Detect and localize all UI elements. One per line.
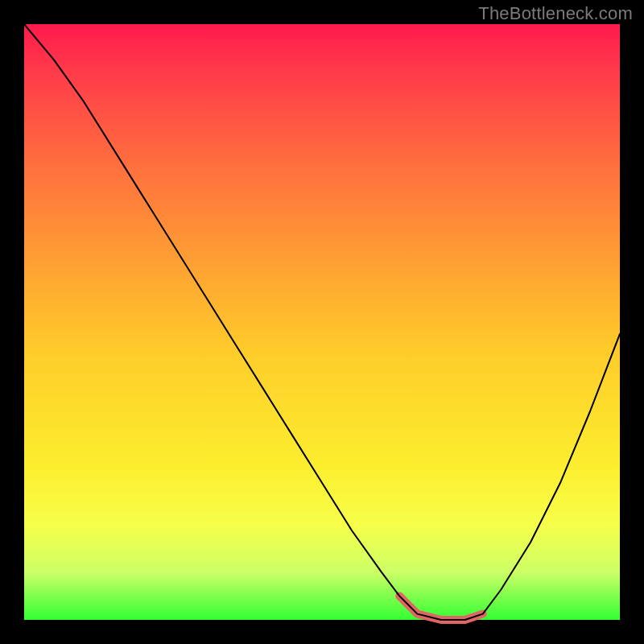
- plot-area: [24, 24, 620, 620]
- curve-layer: [24, 24, 620, 620]
- watermark-text: TheBottleneck.com: [478, 3, 633, 24]
- chart-frame: TheBottleneck.com: [0, 0, 644, 644]
- main-curve: [24, 24, 620, 620]
